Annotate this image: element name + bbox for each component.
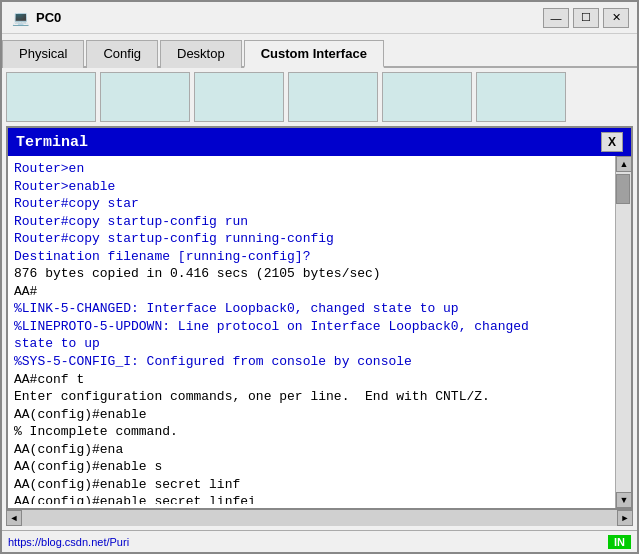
thumbnail-2 [100, 72, 190, 122]
terminal-line: %LINEPROTO-5-UPDOWN: Line protocol on In… [14, 318, 609, 336]
tab-config[interactable]: Config [86, 40, 158, 68]
terminal-line: Router>enable [14, 178, 609, 196]
terminal-line: AA(config)#enable s [14, 458, 609, 476]
terminal-line: Router#copy star [14, 195, 609, 213]
tab-desktop[interactable]: Desktop [160, 40, 242, 68]
terminal-line: state to up [14, 335, 609, 353]
close-button[interactable]: ✕ [603, 8, 629, 28]
status-bar: https://blog.csdn.net/Puri IN [2, 530, 637, 552]
terminal-line: AA# [14, 283, 609, 301]
terminal-line: Router#copy startup-config running-confi… [14, 230, 609, 248]
terminal-container: Terminal X Router>enRouter>enableRouter#… [6, 126, 633, 510]
main-content: Terminal X Router>enRouter>enableRouter#… [2, 68, 637, 530]
thumbnail-6 [476, 72, 566, 122]
terminal-close-button[interactable]: X [601, 132, 623, 152]
terminal-title: Terminal [16, 134, 88, 151]
terminal-line: %LINK-5-CHANGED: Interface Loopback0, ch… [14, 300, 609, 318]
status-indicator: IN [608, 535, 631, 549]
terminal-line: Enter configuration commands, one per li… [14, 388, 609, 406]
terminal-line: AA(config)#enable secret linfei [14, 493, 609, 504]
terminal-line: %SYS-5-CONFIG_I: Configured from console… [14, 353, 609, 371]
terminal-text: Router>enRouter>enableRouter#copy starRo… [14, 160, 609, 504]
scroll-left-button[interactable]: ◄ [6, 510, 22, 526]
tab-bar: Physical Config Desktop Custom Interface [2, 34, 637, 68]
terminal-line: AA(config)#enable secret linf [14, 476, 609, 494]
terminal-line: Destination filename [running-config]? [14, 248, 609, 266]
terminal-line: Router#copy startup-config run [14, 213, 609, 231]
terminal-line: % Incomplete command. [14, 423, 609, 441]
tab-custom-interface[interactable]: Custom Interface [244, 40, 384, 68]
thumbnail-row [6, 72, 633, 122]
scroll-up-button[interactable]: ▲ [616, 156, 631, 172]
thumbnail-1 [6, 72, 96, 122]
minimize-button[interactable]: — [543, 8, 569, 28]
terminal-line: AA#conf t [14, 371, 609, 389]
thumbnail-5 [382, 72, 472, 122]
scroll-right-button[interactable]: ► [617, 510, 633, 526]
scroll-down-button[interactable]: ▼ [616, 492, 631, 508]
thumbnail-3 [194, 72, 284, 122]
terminal-line: Router>en [14, 160, 609, 178]
window-title: PC0 [36, 10, 543, 25]
scroll-track-h [22, 510, 617, 526]
window-controls: — ☐ ✕ [543, 8, 629, 28]
tab-physical[interactable]: Physical [2, 40, 84, 68]
terminal-line: AA(config)#ena [14, 441, 609, 459]
maximize-button[interactable]: ☐ [573, 8, 599, 28]
scroll-thumb[interactable] [616, 174, 630, 204]
terminal-title-bar: Terminal X [8, 128, 631, 156]
main-window: 💻 PC0 — ☐ ✕ Physical Config Desktop Cust… [0, 0, 639, 554]
thumbnail-4 [288, 72, 378, 122]
status-url: https://blog.csdn.net/Puri [8, 536, 129, 548]
horizontal-scrollbar: ◄ ► [6, 510, 633, 526]
terminal-line: 876 bytes copied in 0.416 secs (2105 byt… [14, 265, 609, 283]
terminal-line: AA(config)#enable [14, 406, 609, 424]
title-bar: 💻 PC0 — ☐ ✕ [2, 2, 637, 34]
window-icon: 💻 [10, 8, 30, 28]
terminal-body[interactable]: Router>enRouter>enableRouter#copy starRo… [8, 156, 615, 508]
